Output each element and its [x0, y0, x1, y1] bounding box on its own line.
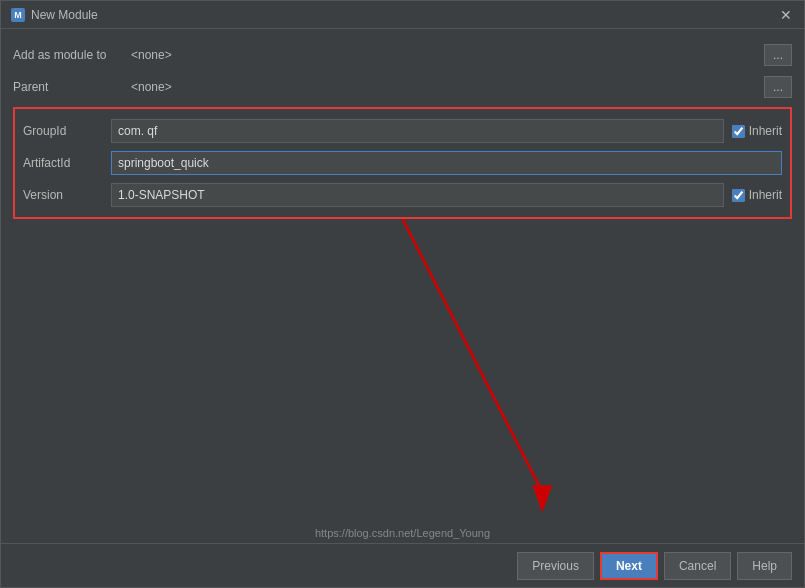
version-row: Version Inherit: [23, 179, 782, 211]
dialog-title: New Module: [31, 8, 98, 22]
dialog-icon-letter: M: [14, 10, 22, 20]
title-bar-left: M New Module: [11, 8, 98, 22]
parent-label: Parent: [13, 80, 123, 94]
version-inherit-checkbox[interactable]: [732, 189, 745, 202]
group-id-label: GroupId: [23, 124, 103, 138]
help-button[interactable]: Help: [737, 552, 792, 580]
arrow-svg: [13, 219, 792, 533]
cancel-button[interactable]: Cancel: [664, 552, 731, 580]
group-id-inherit: Inherit: [732, 124, 782, 138]
add-as-module-label: Add as module to: [13, 48, 123, 62]
artifact-id-row: ArtifactId: [23, 147, 782, 179]
artifact-id-label: ArtifactId: [23, 156, 103, 170]
svg-marker-1: [532, 485, 552, 512]
next-button[interactable]: Next: [600, 552, 658, 580]
svg-line-0: [403, 219, 543, 492]
parent-value: <none>: [131, 80, 756, 94]
dialog-content: Add as module to <none> ... Parent <none…: [1, 29, 804, 543]
maven-coordinates-section: GroupId Inherit ArtifactId Version Inher…: [13, 107, 792, 219]
group-id-row: GroupId Inherit: [23, 115, 782, 147]
dialog-footer: Previous Next Cancel Help: [1, 543, 804, 587]
close-button[interactable]: ✕: [778, 7, 794, 23]
version-label: Version: [23, 188, 103, 202]
artifact-id-input[interactable]: [111, 151, 782, 175]
group-id-input[interactable]: [111, 119, 724, 143]
previous-button[interactable]: Previous: [517, 552, 594, 580]
version-inherit: Inherit: [732, 188, 782, 202]
group-id-inherit-checkbox[interactable]: [732, 125, 745, 138]
version-inherit-label: Inherit: [749, 188, 782, 202]
version-input[interactable]: [111, 183, 724, 207]
add-as-module-button[interactable]: ...: [764, 44, 792, 66]
dialog-icon: M: [11, 8, 25, 22]
add-as-module-value: <none>: [131, 48, 756, 62]
new-module-dialog: M New Module ✕ Add as module to <none> .…: [0, 0, 805, 588]
arrow-area: [13, 219, 792, 533]
parent-row: Parent <none> ...: [13, 71, 792, 103]
parent-button[interactable]: ...: [764, 76, 792, 98]
group-id-inherit-label: Inherit: [749, 124, 782, 138]
title-bar: M New Module ✕: [1, 1, 804, 29]
add-as-module-row: Add as module to <none> ...: [13, 39, 792, 71]
